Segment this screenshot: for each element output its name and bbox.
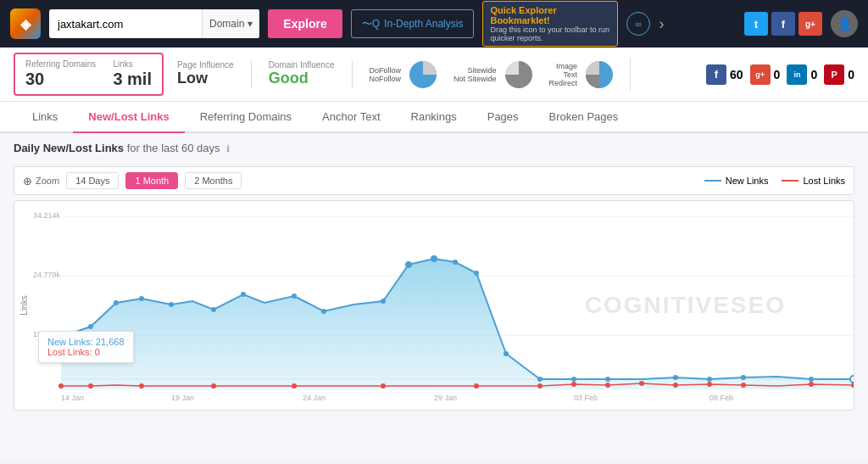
facebook-icon[interactable]: f [771,12,795,36]
redirect-label: Redirect [549,79,578,87]
bookmarklet-area[interactable]: Quick Explorer Bookmarklet! Drag this ic… [482,1,618,47]
fb-count: f 60 [706,64,743,85]
time-btn-1month[interactable]: 1 Month [125,172,178,189]
explore-button[interactable]: Explore [268,9,342,38]
twitter-icon[interactable]: t [744,12,768,36]
data-point [504,351,509,356]
wave-icon: 〜Q [362,17,380,31]
data-point [241,292,246,297]
data-point [211,307,216,312]
chevron-down-icon: ▾ [248,18,253,30]
search-box: Domain ▾ [49,9,259,38]
dofollow-label: DoFollow [370,66,402,75]
data-point [673,375,678,380]
data-point [474,271,479,276]
lost-point [58,383,64,389]
lost-point [809,382,814,387]
tooltip-new: New Links: 21,668 [47,337,125,347]
domain-influence-label: Domain Influence [269,60,335,70]
pi-icon: P [824,64,844,85]
domain-select[interactable]: Domain ▾ [202,9,259,38]
li-count: in 0 [787,64,817,85]
lost-point [673,383,678,388]
lost-point [139,383,144,389]
time-btn-14days[interactable]: 14 Days [66,172,119,189]
tab-anchor-text[interactable]: Anchor Text [307,102,395,133]
stats-bar: Referring Domains 30 Links 3 mil Page In… [0,48,868,102]
tab-broken-pages[interactable]: Broken Pages [534,102,634,133]
tab-new-lost-links[interactable]: New/Lost Links [73,102,184,133]
y-axis-label: Links [19,295,29,315]
logo-icon: ◈ [20,16,31,32]
data-point [741,375,746,380]
bookmarklet-desc: Drag this icon to your toolbar to run qu… [490,25,610,42]
text-label: Text [564,70,578,79]
data-point [809,377,814,382]
gp-count: g+ 0 [750,64,781,85]
tab-pages[interactable]: Pages [472,102,534,133]
data-point [169,302,174,307]
svg-text:03 Feb: 03 Feb [574,394,598,402]
svg-text:29 Jan: 29 Jan [434,394,457,402]
indepth-button[interactable]: 〜Q In-Depth Analysis [351,9,475,38]
data-point [139,296,144,301]
time-btn-2months[interactable]: 2 Months [185,172,242,189]
domain-influence-stat: Domain Influence Good [269,60,353,88]
pi-count: P 0 [824,64,854,85]
lost-point [474,383,479,389]
image-pie [582,58,616,92]
dofollow-group: DoFollow NoFollow [370,58,441,92]
svg-text:34.214k: 34.214k [33,211,61,220]
links-value: 3 mil [113,69,152,89]
li-icon: in [787,64,807,85]
data-point [850,376,854,383]
header-social-icons: t f g+ [744,12,822,36]
arrow-icon: › [659,15,664,33]
oo-icon[interactable]: ∞ [626,12,650,36]
data-point [381,299,386,304]
logo[interactable]: ◈ [10,8,41,39]
search-input[interactable] [49,18,202,31]
chart-tooltip: New Links: 21,668 Lost Links: 0 [38,331,134,363]
domain-influence-value: Good [269,70,335,88]
header: ◈ Domain ▾ Explore 〜Q In-Depth Analysis … [0,0,868,48]
legend-lost-links: Lost Links [782,176,845,186]
gp-icon: g+ [750,64,771,85]
lost-point [639,381,644,386]
page-influence-stat: Page Influence Low [177,60,252,88]
referring-domains-stat: Referring Domains 30 [25,59,96,89]
tab-rankings[interactable]: Rankings [396,102,472,133]
not-sitewide-label: Not Sitewide [453,75,497,83]
referring-domains-value: 30 [25,69,96,89]
data-point [431,255,437,262]
social-counts: f 60 g+ 0 in 0 P 0 [706,64,854,85]
tab-referring-domains[interactable]: Referring Domains [185,102,307,133]
data-point [605,377,610,382]
chart-legend: New Links Lost Links [704,176,845,186]
sitewide-label: Sitewide [468,66,497,75]
referring-domains-label: Referring Domains [25,59,96,69]
data-point [292,293,297,299]
data-point [321,309,326,314]
svg-text:24 Jan: 24 Jan [303,394,326,402]
legend-new-line [704,180,721,182]
lost-point [571,382,576,387]
dofollow-pie [406,58,440,92]
svg-text:14 Jan: 14 Jan [61,394,84,402]
new-links-area [61,259,854,389]
legend-new-links: New Links [704,176,769,186]
avatar[interactable]: 👤 [831,10,858,37]
nofollow-label: NoFollow [370,75,402,83]
lost-point [707,382,712,387]
svg-text:08 Feb: 08 Feb [709,394,733,402]
svg-text:24.779k: 24.779k [33,271,61,279]
chart-wrapper: COGNITIVESEO New Links: 21,668 Lost Link… [14,200,854,411]
gplus-icon[interactable]: g+ [798,12,822,36]
sitewide-pie [502,58,536,92]
lost-point [381,383,386,389]
data-point [537,377,542,382]
fb-icon: f [706,64,726,85]
lost-point [537,383,542,389]
tab-links[interactable]: Links [17,102,73,133]
chart-svg: 34.214k 24.779k 15.344k 14 Jan 19 Jan 24… [14,201,854,411]
